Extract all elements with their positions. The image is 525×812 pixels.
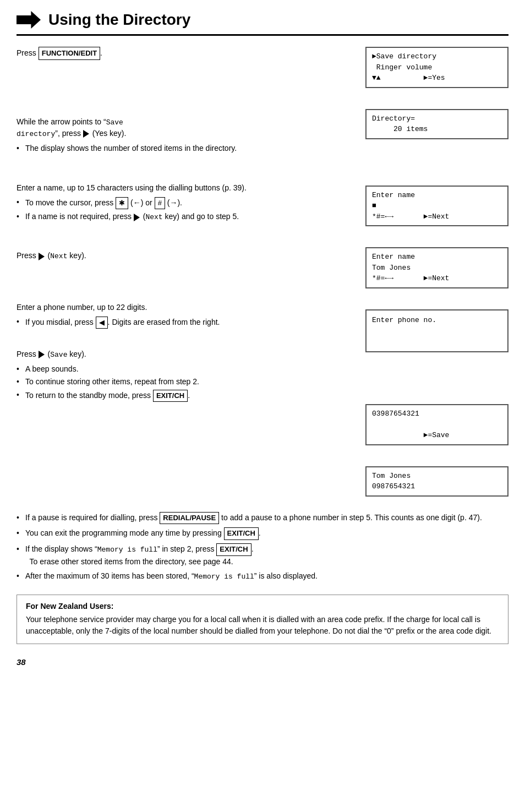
step-3-bullet-1: To move the cursor, press ✱ (←) or # (→)… [17, 197, 354, 209]
step-5-bullets: If you misdial, press ◀. Digits are eras… [17, 317, 354, 329]
play-icon-3 [39, 253, 45, 260]
page-title: Using the Directory [48, 11, 190, 29]
play-icon-4 [39, 351, 45, 358]
step-2-bullet-1: The display shows the number of stored i… [17, 143, 354, 154]
step-6-block: Press (Save key). A beep sounds. To cont… [17, 348, 354, 402]
step-4-instruction: Press (Next key). [17, 250, 354, 262]
note-1: If a pause is required for dialling, pre… [17, 512, 508, 525]
header-arrow-icon [17, 11, 41, 29]
note-4: After the maximum of 30 items has been s… [17, 570, 508, 582]
display-5: Enter phone no. [365, 309, 508, 353]
step-6-bullets: A beep sounds. To continue storing other… [17, 364, 354, 402]
page-header: Using the Directory [17, 11, 508, 36]
step-6-bullet-3: To return to the standby mode, press EXI… [17, 390, 354, 402]
step-2-instruction: While the arrow points to “Savedirectory… [17, 116, 354, 140]
function-edit-key: FUNCTION/EDIT [39, 47, 100, 60]
page-number: 38 [17, 657, 508, 667]
display-1: ►Save directory Ringer volume▼▲ ►=Yes [365, 47, 508, 88]
step-5-block: Enter a phone number, up to 22 digits. I… [17, 302, 354, 329]
display-3: Enter name■*#=←→ ►=Next [365, 186, 508, 227]
right-column: ►Save directory Ringer volume▼▲ ►=Yes Di… [365, 47, 508, 497]
exit-ch-key-3: EXIT/CH [216, 543, 251, 556]
content-area: Press FUNCTION/EDIT. While the arrow poi… [17, 47, 508, 497]
step-6-bullet-1: A beep sounds. [17, 364, 354, 375]
play-icon [83, 130, 89, 138]
note-2: You can exit the programming mode any ti… [17, 527, 508, 540]
exit-ch-key-2: EXIT/CH [224, 527, 259, 540]
step-3-bullets: To move the cursor, press ✱ (←) or # (→)… [17, 197, 354, 222]
display-2: Directory= 20 items [365, 109, 508, 139]
nz-title: For New Zealand Users: [26, 602, 499, 611]
step-6-instruction: Press (Save key). [17, 348, 354, 361]
nz-body: Your telephone service provider may char… [26, 614, 499, 637]
step-1-instruction: Press FUNCTION/EDIT. [17, 47, 354, 60]
step-3-block: Enter a name, up to 15 characters using … [17, 182, 354, 222]
display-6: 03987654321 ►=Save [365, 404, 508, 445]
star-key: ✱ [116, 197, 128, 209]
display-7: Tom Jones0987654321 [365, 466, 508, 497]
exit-ch-key: EXIT/CH [153, 390, 188, 402]
play-icon-2 [134, 214, 140, 221]
bottom-notes: If a pause is required for dialling, pre… [17, 512, 508, 583]
step-3-instruction: Enter a name, up to 15 characters using … [17, 182, 354, 194]
note-3: If the display shows “Memory is full” in… [17, 543, 508, 567]
step-2-bullets: The display shows the number of stored i… [17, 143, 354, 154]
step-5-bullet-1: If you misdial, press ◀. Digits are eras… [17, 317, 354, 329]
step-5-instruction: Enter a phone number, up to 22 digits. [17, 302, 354, 313]
left-column: Press FUNCTION/EDIT. While the arrow poi… [17, 47, 354, 497]
step-2-block: While the arrow points to “Savedirectory… [17, 116, 354, 154]
step-4-block: Press (Next key). [17, 250, 354, 262]
nz-users-box: For New Zealand Users: Your telephone se… [17, 595, 508, 644]
step-1-block: Press FUNCTION/EDIT. [17, 47, 354, 60]
step-3-bullet-2: If a name is not required, press (Next k… [17, 211, 354, 222]
step-6-bullet-2: To continue storing other items, repeat … [17, 377, 354, 388]
hash-key: # [155, 197, 165, 209]
redial-pause-key: REDIAL/PAUSE [160, 512, 219, 525]
back-key: ◀ [96, 317, 108, 329]
display-4: Enter nameTom Jones*#=←→ ►=Next [365, 247, 508, 288]
